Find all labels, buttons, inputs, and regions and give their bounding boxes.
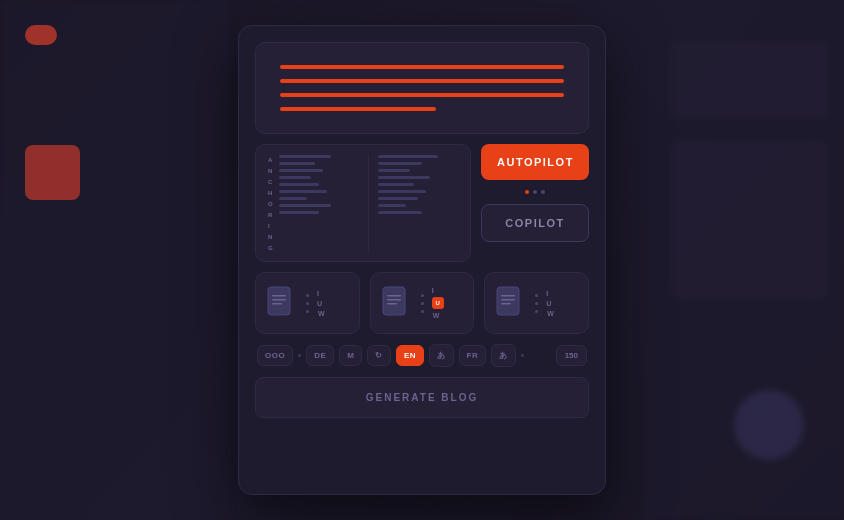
doc-dot-1a	[306, 294, 309, 297]
iu-letter-w: W	[318, 310, 325, 317]
iu-letter-i: I	[317, 290, 319, 297]
word-count: 150	[556, 345, 587, 366]
lang-fr[interactable]: FR	[459, 345, 487, 366]
iu-row-i2: I	[432, 287, 444, 294]
svg-rect-0	[268, 287, 290, 315]
doc-dot-1b	[306, 302, 309, 305]
brand-logo	[25, 25, 57, 45]
chart-label-c: C	[268, 179, 273, 185]
sidebar-orange-block	[25, 145, 80, 200]
iu-letter-w3: W	[547, 310, 554, 317]
generate-button[interactable]: GENERATE BLOG	[255, 377, 589, 418]
chart-bars-left	[279, 155, 359, 214]
lang-sep-1	[298, 354, 301, 357]
chart-label-h: H	[268, 190, 273, 196]
doc-dots-3	[535, 294, 538, 313]
sidebar-background	[0, 0, 230, 520]
doc-dots-2	[421, 294, 424, 313]
iu-row-i: I	[317, 290, 325, 297]
copilot-button[interactable]: COPILOT	[481, 204, 589, 242]
doc-card-3[interactable]: I U W	[484, 272, 589, 334]
middle-section: A N C H O R I N G	[255, 144, 589, 262]
banner-line-2	[280, 79, 564, 83]
lang-ja[interactable]: あ	[429, 344, 454, 367]
iu-row-u3: U	[546, 300, 554, 307]
doc-dot-2a	[421, 294, 424, 297]
iu-letter-i3: I	[546, 290, 548, 297]
iu-row-u-badge: U	[432, 297, 444, 309]
iu-row-w3: W	[546, 310, 554, 317]
document-cards: I U W	[255, 272, 589, 334]
iu-row-u: U	[317, 300, 325, 307]
lang-hi[interactable]: あ	[491, 344, 516, 367]
lang-sep-2	[521, 354, 524, 357]
iu-letter-w2: W	[433, 312, 440, 319]
doc-dot-3a	[535, 294, 538, 297]
language-row: OOO DE M ↻ EN あ FR あ 150	[255, 344, 589, 367]
chart-panel: A N C H O R I N G	[255, 144, 471, 262]
svg-rect-2	[272, 299, 286, 301]
dot-3	[541, 190, 545, 194]
doc-iu-1: I U W	[317, 290, 325, 317]
mode-buttons: AUTOPILOT COPILOT	[481, 144, 589, 262]
doc-dot-3c	[535, 310, 538, 313]
chart-label-n2: N	[268, 234, 273, 240]
svg-rect-3	[272, 303, 282, 305]
svg-rect-8	[497, 287, 519, 315]
doc-dot-2c	[421, 310, 424, 313]
chart-label-a: A	[268, 157, 273, 163]
dot-1	[525, 190, 529, 194]
doc-iu-2: I U W	[432, 287, 444, 319]
chart-label-i: I	[268, 223, 273, 229]
doc-dot-2b	[421, 302, 424, 305]
banner-line-3	[280, 93, 564, 97]
svg-rect-10	[501, 299, 515, 301]
chart-label-n: N	[268, 168, 273, 174]
svg-rect-1	[272, 295, 286, 297]
svg-rect-9	[501, 295, 515, 297]
banner-section	[255, 42, 589, 134]
lang-refresh[interactable]: ↻	[367, 345, 391, 366]
chart-divider	[368, 155, 369, 251]
banner-line-4	[280, 107, 436, 111]
doc-dot-1c	[306, 310, 309, 313]
iu-letter-i2: I	[432, 287, 434, 294]
autopilot-dots	[481, 188, 589, 196]
main-modal: A N C H O R I N G	[238, 25, 606, 495]
doc-dots-1	[306, 294, 309, 313]
svg-rect-11	[501, 303, 511, 305]
chart-label-r: R	[268, 212, 273, 218]
iu-row-i3: I	[546, 290, 554, 297]
iu-row-w2: W	[432, 312, 444, 319]
doc-icon-3	[495, 285, 527, 321]
iu-letter-u: U	[317, 300, 322, 307]
banner-line-1	[280, 65, 564, 69]
right-panel-top-card	[669, 40, 829, 120]
iu-row-w: W	[317, 310, 325, 317]
chart-bars-right	[378, 155, 458, 214]
doc-icon-1	[266, 285, 298, 321]
svg-rect-4	[383, 287, 405, 315]
doc-dot-3b	[535, 302, 538, 305]
lang-ooo[interactable]: OOO	[257, 345, 293, 366]
chart-label-g: G	[268, 245, 273, 251]
lang-de[interactable]: DE	[306, 345, 334, 366]
doc-card-2[interactable]: I U W	[370, 272, 475, 334]
svg-rect-6	[387, 299, 401, 301]
doc-iu-3: I U W	[546, 290, 554, 317]
svg-rect-7	[387, 303, 397, 305]
svg-rect-5	[387, 295, 401, 297]
right-panel-avatar	[734, 390, 804, 460]
doc-card-1[interactable]: I U W	[255, 272, 360, 334]
dot-2	[533, 190, 537, 194]
autopilot-button[interactable]: AUTOPILOT	[481, 144, 589, 180]
doc-icon-2	[381, 285, 413, 321]
chart-labels: A N C H O R I N G	[268, 155, 273, 251]
lang-m[interactable]: M	[339, 345, 362, 366]
u-badge: U	[432, 297, 444, 309]
iu-letter-u3: U	[546, 300, 551, 307]
chart-label-o: O	[268, 201, 273, 207]
lang-en[interactable]: EN	[396, 345, 424, 366]
right-panel-bottom-card	[669, 140, 829, 300]
